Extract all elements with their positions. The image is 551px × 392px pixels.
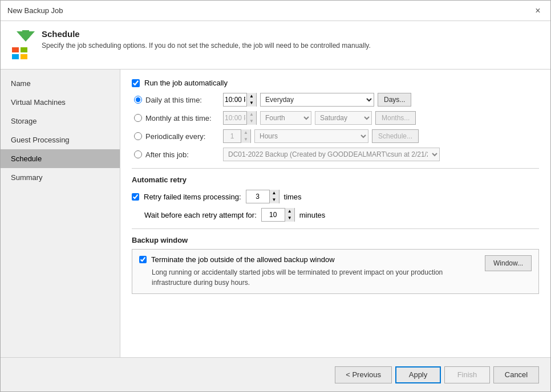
monthly-time-input	[224, 112, 246, 124]
win-sq-blue	[12, 54, 19, 59]
window-text-area: Terminate the job outside of the allowed…	[139, 255, 479, 288]
cancel-button[interactable]: Cancel	[493, 366, 539, 383]
daily-time-up[interactable]: ▲	[247, 93, 256, 100]
finish-button: Finish	[444, 366, 490, 383]
after-job-radio[interactable]	[134, 150, 142, 158]
wait-up[interactable]: ▲	[285, 208, 294, 215]
schedule-options: Daily at this time: ▲ ▼ Everyday Weekday…	[134, 93, 539, 161]
retry-down[interactable]: ▼	[270, 197, 279, 203]
sidebar-item-storage[interactable]: Storage	[1, 112, 120, 130]
wait-spin-buttons: ▲ ▼	[285, 208, 294, 222]
terminate-checkbox-row: Terminate the job outside of the allowed…	[139, 255, 479, 264]
terminate-label[interactable]: Terminate the job outside of the allowed…	[151, 255, 335, 264]
monthly-time-spin-buttons: ▲ ▼	[246, 111, 256, 125]
header-area: Schedule Specify the job scheduling opti…	[1, 21, 550, 70]
win-sq-green	[21, 47, 27, 52]
after-job-select: DC01-2022 Backup (Created by GOODDEALMAR…	[223, 148, 440, 161]
daily-time-input[interactable]	[224, 93, 246, 106]
divider-2	[132, 228, 539, 229]
retry-suffix: times	[284, 193, 302, 201]
apply-button[interactable]: Apply	[395, 366, 441, 383]
run-automatically-checkbox[interactable]	[132, 79, 140, 87]
periodic-spin-buttons: ▲ ▼	[241, 129, 250, 143]
monthly-time-spinbox[interactable]: ▲ ▼	[223, 111, 257, 125]
header-title: Schedule	[42, 29, 371, 39]
periodic-unit-select: Hours Minutes	[254, 129, 368, 143]
wait-spinbox[interactable]: ▲ ▼	[261, 208, 295, 222]
wait-label: Wait before each retry attempt for:	[144, 211, 257, 219]
retry-checkbox[interactable]	[132, 193, 139, 201]
retry-checkbox-row: Retry failed items processing: ▲ ▼ times	[132, 190, 539, 203]
window-button[interactable]: Window...	[485, 255, 532, 271]
run-automatically-row: Run the job automatically	[132, 79, 539, 87]
periodic-up: ▲	[241, 129, 250, 136]
wait-value-input[interactable]	[262, 209, 285, 221]
content-area: Run the job automatically Daily at this …	[120, 70, 550, 357]
retry-up[interactable]: ▲	[270, 190, 279, 197]
sidebar-item-schedule[interactable]: Schedule	[1, 149, 120, 168]
after-job-label[interactable]: After this job:	[134, 150, 220, 159]
veeam-icon	[10, 29, 42, 61]
daily-frequency-select[interactable]: Everyday Weekdays Weekends	[260, 93, 374, 107]
monthly-label[interactable]: Monthly at this time:	[134, 114, 220, 122]
main-content: Name Virtual Machines Storage Guest Proc…	[1, 70, 550, 357]
daily-time-spinbox[interactable]: ▲ ▼	[223, 93, 257, 107]
wait-suffix: minutes	[299, 211, 326, 219]
backup-window-section: Backup window Terminate the job outside …	[132, 236, 539, 294]
periodic-label[interactable]: Periodically every:	[134, 132, 220, 141]
sidebar-item-summary[interactable]: Summary	[1, 168, 120, 187]
new-backup-job-window: New Backup Job × Schedule Specify the jo…	[0, 0, 551, 392]
periodic-down: ▼	[241, 136, 250, 143]
footer: < Previous Apply Finish Cancel	[1, 357, 550, 391]
monthly-time-up: ▲	[247, 111, 256, 118]
close-button[interactable]: ×	[532, 5, 544, 17]
wait-down[interactable]: ▼	[285, 215, 294, 222]
daily-row: Daily at this time: ▲ ▼ Everyday Weekday…	[134, 93, 539, 107]
sidebar-item-name[interactable]: Name	[1, 74, 120, 93]
win-sq-yellow	[21, 54, 27, 59]
header-text: Schedule Specify the job scheduling opti…	[42, 29, 371, 51]
wait-row: Wait before each retry attempt for: ▲ ▼ …	[144, 208, 539, 222]
monthly-row: Monthly at this time: ▲ ▼ Fourth First S…	[134, 111, 539, 125]
monthly-day-select: Saturday Sunday Monday Tuesday Wednesday…	[315, 111, 372, 125]
title-bar: New Backup Job ×	[1, 1, 550, 21]
header-description: Specify the job scheduling options. If y…	[42, 41, 371, 51]
periodic-input	[224, 130, 241, 142]
monthly-time-down: ▼	[247, 118, 256, 125]
run-automatically-label[interactable]: Run the job automatically	[144, 79, 228, 87]
schedule-button: Schedule...	[372, 129, 419, 143]
daily-radio[interactable]	[134, 96, 142, 104]
arrow-down	[17, 31, 35, 42]
daily-time-down[interactable]: ▼	[247, 100, 256, 107]
windows-logo	[12, 47, 28, 60]
monthly-week-select: Fourth First Second Third Last	[260, 111, 311, 125]
sidebar-item-guest-processing[interactable]: Guest Processing	[1, 130, 120, 149]
after-job-row: After this job: DC01-2022 Backup (Create…	[134, 148, 539, 161]
periodic-spinbox[interactable]: ▲ ▼	[223, 129, 251, 143]
backup-window-description: Long running or accidentally started job…	[152, 267, 479, 288]
previous-button[interactable]: < Previous	[335, 366, 392, 383]
win-sq-red	[12, 47, 19, 52]
months-button: Months...	[375, 111, 416, 125]
retry-spin-buttons: ▲ ▼	[269, 190, 279, 203]
daily-time-spin-buttons: ▲ ▼	[246, 93, 256, 107]
retry-value-input[interactable]	[246, 190, 269, 203]
periodic-row: Periodically every: ▲ ▼ Hours Minutes Sc…	[134, 129, 539, 143]
window-title: New Backup Job	[7, 6, 63, 15]
terminate-checkbox[interactable]	[139, 256, 147, 263]
backup-window-inner: Terminate the job outside of the allowed…	[132, 249, 539, 294]
sidebar: Name Virtual Machines Storage Guest Proc…	[1, 70, 120, 357]
automatic-retry-title: Automatic retry	[132, 175, 539, 184]
retry-label[interactable]: Retry failed items processing:	[144, 193, 241, 201]
backup-window-title: Backup window	[132, 236, 539, 244]
monthly-radio[interactable]	[134, 114, 142, 122]
daily-label[interactable]: Daily at this time:	[134, 96, 220, 104]
divider-1	[132, 168, 539, 169]
retry-spinbox[interactable]: ▲ ▼	[246, 190, 279, 203]
sidebar-item-virtual-machines[interactable]: Virtual Machines	[1, 93, 120, 112]
periodic-radio[interactable]	[134, 132, 142, 140]
days-button[interactable]: Days...	[378, 93, 411, 107]
